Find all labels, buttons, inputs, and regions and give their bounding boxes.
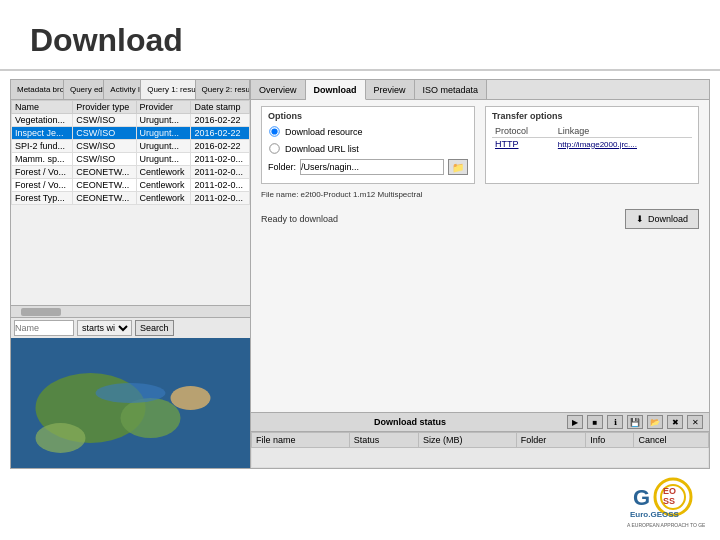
cell-name: Forest / Vo... <box>12 179 73 192</box>
svg-text:Euro.GEOSS: Euro.GEOSS <box>630 510 680 519</box>
options-label: Options <box>268 111 468 121</box>
status-col-status: Status <box>349 433 418 448</box>
col-linkage: Linkage <box>555 125 692 138</box>
cancel-button[interactable]: ✕ <box>687 415 703 429</box>
cell-date: 2011-02-0... <box>191 166 250 179</box>
status-label: Download status <box>257 417 563 427</box>
folder-path-input[interactable] <box>300 159 444 175</box>
transfer-options-box: Transfer options Protocol Linkage HTTP h… <box>485 106 699 184</box>
left-tab-bar: Metadata browser Query editor Activity l… <box>11 80 250 100</box>
status-header: Download status ▶ ■ ℹ 💾 📂 ✖ ✕ <box>251 413 709 432</box>
right-panel: Overview Download Preview ISO metadata O… <box>251 80 709 468</box>
save-button[interactable]: 💾 <box>627 415 643 429</box>
table-row[interactable]: Forest / Vo...CEONETW...Centlework2011-0… <box>12 179 250 192</box>
cell-provider: Centlework <box>136 166 191 179</box>
title-divider <box>0 69 720 71</box>
options-transfer-row: Options Download resource Download URL l… <box>261 106 699 184</box>
transfer-options-label: Transfer options <box>492 111 692 121</box>
svg-text:SS: SS <box>663 496 675 506</box>
svg-point-2 <box>121 398 181 438</box>
page-title: Download <box>0 0 720 69</box>
name-search-input[interactable] <box>14 320 74 336</box>
download-button-label: Download <box>648 214 688 224</box>
transfer-row[interactable]: HTTP http://image2000.jrc.... <box>492 138 692 151</box>
download-icon: ⬇ <box>636 214 644 224</box>
horizontal-scrollbar[interactable] <box>11 305 250 317</box>
table-row[interactable]: Inspect Je...CSW/ISOUrugunt...2016-02-22 <box>12 127 250 140</box>
stop-button[interactable]: ■ <box>587 415 603 429</box>
svg-point-4 <box>171 386 211 410</box>
eurogeoss-logo: G EO SS Euro.GEOSS A EUROPEAN APPROACH T… <box>625 477 705 532</box>
cell-name: Mamm. sp... <box>12 153 73 166</box>
tab-query2-results[interactable]: Query 2: results ✕ <box>196 80 250 99</box>
results-table: Name Provider type Provider Date stamp V… <box>11 100 250 205</box>
remove-button[interactable]: ✖ <box>667 415 683 429</box>
cell-date: 2016-02-22 <box>191 140 250 153</box>
status-col-filename: File name <box>252 433 350 448</box>
tab-metadata-browser[interactable]: Metadata browser <box>11 80 64 99</box>
tab-download[interactable]: Download <box>306 80 366 100</box>
cell-provider: Urugunt... <box>136 140 191 153</box>
download-status-section: Download status ▶ ■ ℹ 💾 📂 ✖ ✕ File name … <box>251 412 709 468</box>
table-row[interactable]: Forest / Vo...CEONETW...Centlework2011-0… <box>12 166 250 179</box>
tab-overview[interactable]: Overview <box>251 80 306 99</box>
tab-query-editor[interactable]: Query editor <box>64 80 104 99</box>
status-col-info: Info <box>586 433 634 448</box>
cell-name: Forest / Vo... <box>12 166 73 179</box>
cell-name: SPI-2 fund... <box>12 140 73 153</box>
download-resource-radio[interactable] <box>269 126 279 136</box>
table-row[interactable]: Vegetation...CSW/ISOUrugunt...2016-02-22 <box>12 114 250 127</box>
tab-query1-results[interactable]: Query 1: results ✕ <box>141 80 195 100</box>
browse-folder-button[interactable]: 📁 <box>448 159 468 175</box>
svg-point-5 <box>96 383 166 403</box>
col-name: Name <box>12 101 73 114</box>
transfer-table: Protocol Linkage HTTP http://image2000.j… <box>492 125 692 150</box>
col-provider: Provider <box>136 101 191 114</box>
cell-provider: Urugunt... <box>136 127 191 140</box>
search-button[interactable]: Search <box>135 320 174 336</box>
protocol-cell: HTTP <box>492 138 555 151</box>
folder-row: Folder: 📁 <box>268 159 468 175</box>
col-protocol: Protocol <box>492 125 555 138</box>
table-row[interactable]: Mamm. sp...CSW/ISOUrugunt...2011-02-0... <box>12 153 250 166</box>
status-empty-row <box>252 448 709 468</box>
download-url-label: Download URL list <box>285 144 359 154</box>
cell-provider: Urugunt... <box>136 153 191 166</box>
table-row[interactable]: SPI-2 fund...CSW/ISOUrugunt...2016-02-22 <box>12 140 250 153</box>
logo-area: G EO SS Euro.GEOSS A EUROPEAN APPROACH T… <box>625 477 705 532</box>
play-button[interactable]: ▶ <box>567 415 583 429</box>
folder-open-button[interactable]: 📂 <box>647 415 663 429</box>
tab-activity-log[interactable]: Activity log <box>104 80 141 99</box>
cell-provider_type: CEONETW... <box>73 179 136 192</box>
cell-date: 2011-02-0... <box>191 179 250 192</box>
cell-name: Vegetation... <box>12 114 73 127</box>
right-tab-bar: Overview Download Preview ISO metadata <box>251 80 709 100</box>
svg-text:EO: EO <box>663 486 676 496</box>
cell-date: 2011-02-0... <box>191 153 250 166</box>
download-url-option[interactable]: Download URL list <box>268 142 468 155</box>
search-type-select[interactable]: starts wit... <box>77 320 132 336</box>
svg-text:G: G <box>633 485 650 510</box>
table-bottom-controls: starts wit... Search <box>11 317 250 338</box>
status-col-folder: Folder <box>516 433 585 448</box>
table-row[interactable]: Forest Typ...CEONETW...Centlework2011-02… <box>12 192 250 205</box>
status-col-size: Size (MB) <box>419 433 517 448</box>
linkage-cell[interactable]: http://image2000.jrc.... <box>555 138 692 151</box>
download-url-radio[interactable] <box>269 143 279 153</box>
download-content: Options Download resource Download URL l… <box>251 100 709 412</box>
col-provider-type: Provider type <box>73 101 136 114</box>
tab-iso-metadata[interactable]: ISO metadata <box>415 80 488 99</box>
results-table-container: Name Provider type Provider Date stamp V… <box>11 100 250 305</box>
download-btn-row: Ready to download ⬇ Download <box>261 209 699 229</box>
download-button[interactable]: ⬇ Download <box>625 209 699 229</box>
cell-provider_type: CSW/ISO <box>73 140 136 153</box>
ready-to-download-text: Ready to download <box>261 214 625 224</box>
tab-preview[interactable]: Preview <box>366 80 415 99</box>
download-resource-label: Download resource <box>285 127 363 137</box>
options-box: Options Download resource Download URL l… <box>261 106 475 184</box>
map-view <box>11 338 250 468</box>
cell-provider_type: CSW/ISO <box>73 127 136 140</box>
download-resource-option[interactable]: Download resource <box>268 125 468 138</box>
status-col-cancel: Cancel <box>634 433 709 448</box>
info-button[interactable]: ℹ <box>607 415 623 429</box>
